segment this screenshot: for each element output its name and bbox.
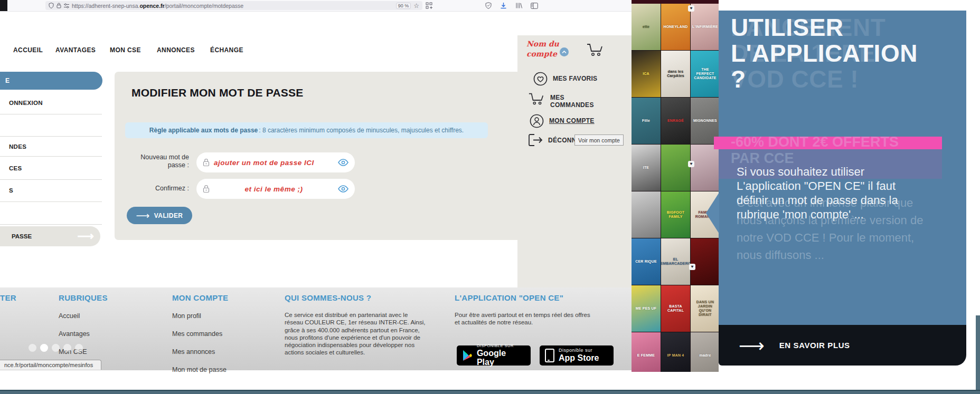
sidebar-item-infos[interactable]: S <box>9 187 13 194</box>
poster-tile[interactable]: DANS UN JARDIN QU'ON DIRAIT <box>691 285 719 332</box>
zoom-level-badge[interactable]: 90 % <box>396 3 411 9</box>
menu-item-mes-favoris[interactable]: MES FAVORIS <box>533 72 597 86</box>
nav-item-echange[interactable]: ÉCHANGE <box>210 46 243 54</box>
poster-tile[interactable] <box>632 191 661 238</box>
carousel-dot[interactable] <box>75 344 83 352</box>
promo-title: UTILISER L'APPLICATION ? <box>731 15 918 92</box>
eye-icon[interactable] <box>338 185 348 193</box>
poster-tile[interactable]: CER RIQUE <box>632 238 661 285</box>
rule-label: Règle applicable aux mots de passe <box>149 127 258 134</box>
favorite-icon[interactable]: ♥ <box>688 5 694 12</box>
footer-link[interactable]: Mon mot de passe <box>172 366 227 373</box>
address-bar[interactable]: https://adherent-snep-unsa.opence.fr/por… <box>45 1 422 10</box>
valider-button[interactable]: ⟶ VALIDER <box>127 207 192 224</box>
cart-icon <box>528 91 545 107</box>
poster-tile[interactable]: BASTA CAPITAL <box>661 285 690 332</box>
poster-tile[interactable] <box>661 145 690 191</box>
poster-tile[interactable]: BIGFOOT FAMILY <box>661 191 690 238</box>
carousel-dot[interactable] <box>63 344 71 352</box>
poster-tile[interactable]: L'INFIRMIÈRE <box>691 4 719 50</box>
sidebar-passe-label: PASSE <box>12 233 32 239</box>
vod-poster-wall[interactable]: etteHONEYLANDL'INFIRMIÈREICAdans les Car… <box>632 0 719 372</box>
nav-item-avantages[interactable]: AVANTAGES <box>55 46 96 54</box>
carousel-dot[interactable] <box>40 344 48 352</box>
menu-item-deconnexion[interactable]: DÉCONN <box>528 133 577 147</box>
account-name[interactable]: Nom du compte <box>526 39 563 59</box>
sidebar-divider <box>0 224 102 225</box>
footer-link[interactable]: Accueil <box>59 312 90 320</box>
poster-tile[interactable] <box>691 238 719 285</box>
poster-tile[interactable]: ITE <box>632 145 661 191</box>
password-rule-banner: Règle applicable aux mots de passe : 8 c… <box>125 122 488 138</box>
poster-tile[interactable]: ENRAGÉ <box>661 98 690 144</box>
poster-grid: etteHONEYLANDL'INFIRMIÈREICAdans les Car… <box>632 4 719 372</box>
poster-tile[interactable]: Fille <box>632 98 661 144</box>
footer-link[interactable]: Mes commandes <box>172 330 227 338</box>
valider-label: VALIDER <box>154 212 183 219</box>
window-corner-chip <box>0 0 7 11</box>
sidebar-item-commandes[interactable]: NDES <box>9 143 26 150</box>
confirm-password-label: Confirmez : <box>126 185 189 193</box>
badge-small-text: Disponible sur <box>559 348 599 353</box>
poster-tile[interactable]: HONEYLAND <box>661 4 690 50</box>
poster-tile[interactable]: madre <box>691 332 719 372</box>
phone-icon <box>545 349 554 362</box>
footer-heading-application: L'APPLICATION "OPEN CE" <box>455 293 563 302</box>
google-play-badge[interactable]: DISPONIBLE SURGoogle Play <box>457 345 531 366</box>
poster-tile[interactable] <box>691 145 719 191</box>
poster-tile[interactable]: ICA <box>632 51 661 97</box>
poster-tile[interactable]: ette <box>632 4 661 50</box>
footer-link[interactable]: Mon profil <box>172 312 227 320</box>
favorite-icon[interactable]: ♥ <box>689 264 695 270</box>
extension-icon[interactable] <box>426 2 432 9</box>
footer-heading-contact: TER <box>0 293 16 302</box>
download-icon[interactable] <box>500 2 507 9</box>
nav-item-annonces[interactable]: ANNONCES <box>157 46 195 54</box>
protections-shield-icon[interactable] <box>485 2 492 9</box>
sidebar-item-connexion[interactable]: ONNEXION <box>9 100 43 106</box>
sidebar-item-annonces[interactable]: CES <box>9 165 22 171</box>
bottom-bar <box>0 390 980 394</box>
poster-tile[interactable]: dans les CarpAtes <box>661 51 690 97</box>
poster-tile[interactable]: ME PES UF <box>632 285 661 332</box>
carousel-dot[interactable] <box>29 344 36 352</box>
new-password-field[interactable]: ajouter un mot de passe ICI <box>196 152 355 172</box>
footer-about-text: Ce service est distribué en partenariat … <box>285 311 426 357</box>
sidebar-divider <box>0 114 102 114</box>
footer-links-mon-compte: Mon profilMes commandesMes annoncesMon m… <box>172 312 227 384</box>
library-icon[interactable] <box>515 2 522 9</box>
nav-item-accueil[interactable]: ACCUEIL <box>13 46 43 54</box>
footer-link[interactable]: Avantages <box>59 330 90 338</box>
promo-paragraph: Si vous souhaitez utiliser L'application… <box>737 165 898 222</box>
footer-link[interactable]: Mes annonces <box>172 348 227 355</box>
sidebar-item-mot-de-passe[interactable]: PASSE ⟶ <box>0 226 100 246</box>
menu-item-mon-compte[interactable]: MON COMPTE <box>530 114 595 128</box>
sidebar-item-active[interactable]: E <box>0 72 102 90</box>
bookmark-star-icon[interactable]: ☆ <box>413 3 419 9</box>
app-store-badge[interactable]: Disponible surApp Store <box>540 345 614 366</box>
eye-icon[interactable] <box>338 159 348 166</box>
sidebar-icon[interactable] <box>531 3 538 9</box>
en-savoir-plus-button[interactable]: ⟶ EN SAVOIR PLUS <box>719 325 966 366</box>
heart-circle-icon <box>533 72 548 86</box>
confirm-password-field[interactable]: et ici le même ;) <box>196 179 355 199</box>
tune-icon[interactable] <box>64 3 69 8</box>
poster-tile[interactable]: EL EMBARCADERO <box>661 238 690 285</box>
favorite-icon[interactable]: ♥ <box>688 161 694 167</box>
url-text[interactable]: https://adherent-snep-unsa.opence.fr/por… <box>72 3 393 9</box>
poster-tile[interactable]: E FEMME <box>632 332 661 372</box>
google-play-icon <box>462 350 473 361</box>
chevron-up-icon[interactable] <box>560 47 569 56</box>
poster-tile[interactable]: THE PERFECT CANDIDATE <box>691 51 719 97</box>
menu-label: MES FAVORIS <box>553 72 597 82</box>
lock-icon <box>203 158 210 167</box>
overlay-notch <box>706 193 719 234</box>
poster-tile[interactable]: IP MAN 4 <box>661 332 690 372</box>
link-tooltip: Voir mon compte <box>574 134 624 146</box>
nav-item-mon-cse[interactable]: MON CSE <box>110 46 141 54</box>
cart-icon[interactable] <box>586 42 604 59</box>
carousel-dot[interactable] <box>52 344 60 352</box>
lock-icon <box>56 3 61 8</box>
footer-heading-rubriques: RUBRIQUES <box>59 293 108 302</box>
menu-item-mes-commandes[interactable]: MES COMMANDES <box>528 91 594 109</box>
